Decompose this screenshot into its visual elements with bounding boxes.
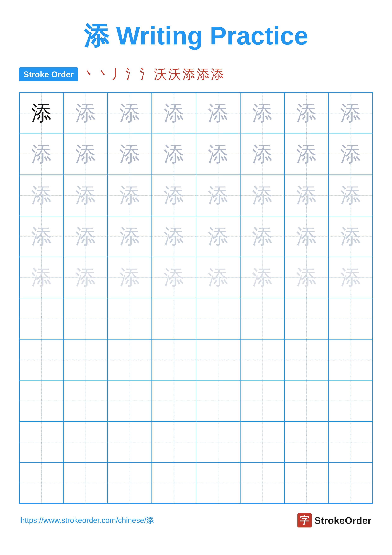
grid-cell[interactable]: 添	[240, 175, 284, 216]
grid-cell[interactable]	[328, 339, 373, 380]
practice-char: 添	[75, 223, 96, 250]
grid-cell[interactable]	[64, 421, 107, 462]
grid-cell[interactable]: 添	[284, 93, 328, 134]
grid-cell[interactable]: 添	[108, 216, 152, 257]
grid-cell[interactable]: 添	[328, 93, 373, 134]
grid-cell[interactable]: 添	[108, 175, 152, 216]
grid-cell[interactable]: 添	[19, 216, 64, 257]
footer: https://www.strokeorder.com/chinese/添 字 …	[19, 513, 373, 527]
grid-cell[interactable]	[64, 298, 107, 339]
grid-cell[interactable]: 添	[152, 93, 196, 134]
grid-cell[interactable]	[240, 380, 284, 421]
grid-cell[interactable]	[108, 421, 152, 462]
grid-cell[interactable]: 添	[108, 134, 152, 175]
grid-cell[interactable]	[240, 339, 284, 380]
stroke-order-row: Stroke Order 丶 丶 丿 氵 氵 沃 沃 添 添 添	[19, 66, 373, 83]
grid-cell[interactable]	[196, 298, 240, 339]
grid-cell[interactable]: 添	[19, 93, 64, 134]
grid-cell[interactable]: 添	[240, 93, 284, 134]
grid-cell[interactable]	[152, 462, 196, 504]
grid-cell[interactable]	[240, 421, 284, 462]
grid-cell[interactable]: 添	[64, 175, 107, 216]
grid-cell[interactable]	[64, 380, 107, 421]
practice-char: 添	[296, 182, 317, 209]
grid-cell[interactable]: 添	[64, 216, 107, 257]
grid-cell[interactable]	[152, 421, 196, 462]
grid-cell[interactable]	[152, 298, 196, 339]
grid-cell[interactable]: 添	[284, 175, 328, 216]
grid-cell[interactable]	[196, 462, 240, 504]
practice-char: 添	[296, 263, 317, 292]
grid-cell[interactable]: 添	[240, 257, 284, 298]
practice-char: 添	[164, 140, 184, 168]
grid-cell[interactable]	[19, 421, 64, 462]
grid-cell[interactable]: 添	[284, 216, 328, 257]
stroke-char-8: 添	[183, 66, 195, 83]
practice-char: 添	[119, 140, 140, 168]
grid-cell[interactable]: 添	[64, 257, 107, 298]
grid-cell[interactable]	[64, 462, 107, 504]
grid-cell[interactable]: 添	[328, 257, 373, 298]
grid-cell[interactable]	[284, 421, 328, 462]
grid-cell[interactable]: 添	[108, 93, 152, 134]
grid-cell[interactable]	[240, 462, 284, 504]
grid-cell[interactable]	[328, 421, 373, 462]
grid-cell[interactable]	[108, 380, 152, 421]
practice-char: 添	[119, 223, 140, 250]
grid-cell[interactable]: 添	[152, 257, 196, 298]
grid-cell[interactable]	[152, 380, 196, 421]
grid-cell[interactable]	[328, 380, 373, 421]
grid-cell[interactable]: 添	[19, 175, 64, 216]
grid-cell[interactable]: 添	[196, 93, 240, 134]
stroke-char-9: 添	[197, 66, 209, 83]
stroke-char-7: 沃	[168, 66, 181, 83]
grid-cell[interactable]	[19, 380, 64, 421]
grid-cell[interactable]	[284, 339, 328, 380]
footer-url[interactable]: https://www.strokeorder.com/chinese/添	[21, 515, 154, 526]
grid-cell[interactable]: 添	[19, 134, 64, 175]
grid-cell[interactable]: 添	[196, 175, 240, 216]
grid-cell[interactable]	[196, 421, 240, 462]
grid-cell[interactable]	[328, 298, 373, 339]
grid-cell[interactable]	[19, 298, 64, 339]
grid-cell[interactable]	[64, 339, 107, 380]
grid-cell[interactable]: 添	[284, 134, 328, 175]
practice-char: 添	[31, 182, 52, 209]
grid-cell[interactable]: 添	[196, 216, 240, 257]
grid-cell[interactable]	[19, 462, 64, 504]
grid-cell[interactable]: 添	[328, 216, 373, 257]
grid-cell[interactable]: 添	[152, 216, 196, 257]
grid-cell[interactable]: 添	[108, 257, 152, 298]
practice-char: 添	[31, 223, 52, 250]
practice-char: 添	[340, 182, 361, 209]
grid-cell[interactable]: 添	[240, 216, 284, 257]
grid-cell[interactable]	[19, 339, 64, 380]
grid-cell[interactable]: 添	[64, 93, 107, 134]
grid-cell[interactable]: 添	[64, 134, 107, 175]
grid-cell[interactable]	[240, 298, 284, 339]
grid-cell[interactable]	[108, 298, 152, 339]
grid-cell[interactable]	[284, 298, 328, 339]
grid-cell[interactable]: 添	[152, 134, 196, 175]
grid-cell[interactable]	[196, 380, 240, 421]
practice-char: 添	[252, 263, 273, 292]
grid-cell[interactable]	[196, 339, 240, 380]
grid-cell[interactable]: 添	[240, 134, 284, 175]
grid-cell[interactable]: 添	[19, 257, 64, 298]
grid-cell[interactable]	[108, 462, 152, 504]
grid-cell[interactable]	[152, 339, 196, 380]
grid-cell[interactable]: 添	[196, 134, 240, 175]
practice-char: 添	[75, 182, 96, 209]
practice-char: 添	[75, 140, 96, 168]
grid-cell[interactable]: 添	[196, 257, 240, 298]
grid-cell[interactable]: 添	[328, 134, 373, 175]
grid-cell[interactable]	[108, 339, 152, 380]
practice-char: 添	[208, 182, 228, 209]
grid-cell[interactable]: 添	[284, 257, 328, 298]
grid-cell[interactable]	[328, 462, 373, 504]
grid-cell[interactable]	[284, 462, 328, 504]
grid-cell[interactable]	[284, 380, 328, 421]
practice-char: 添	[208, 140, 228, 168]
grid-cell[interactable]: 添	[152, 175, 196, 216]
grid-cell[interactable]: 添	[328, 175, 373, 216]
